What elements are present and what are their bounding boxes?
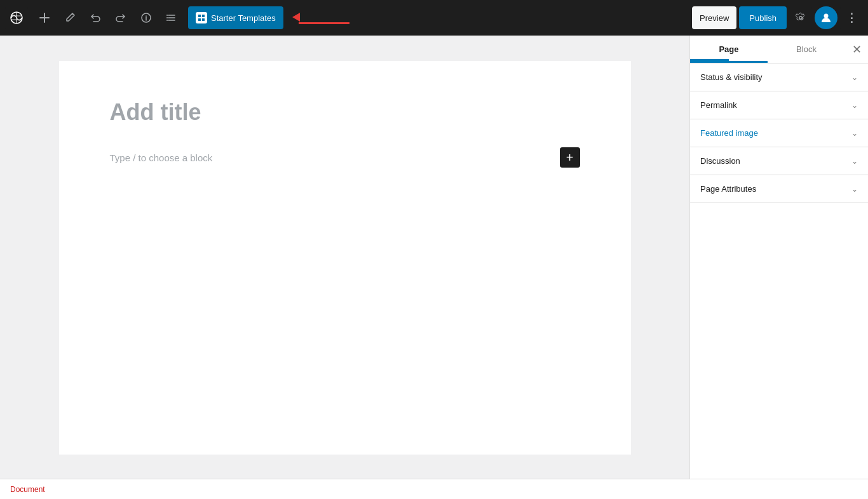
- sidebar-tabs: Page Block ✕: [690, 36, 868, 63]
- svg-rect-5: [198, 15, 201, 17]
- discussion-title: Discussion: [700, 156, 740, 166]
- featured-image-header[interactable]: Featured image ⌄: [690, 119, 868, 147]
- svg-rect-8: [202, 18, 205, 21]
- undo-button[interactable]: [84, 6, 107, 29]
- redo-button[interactable]: [109, 6, 132, 29]
- status-visibility-section: Status & visibility ⌄: [690, 63, 868, 91]
- editor-area: Add title Type / to choose a block +: [0, 36, 689, 479]
- featured-image-section: Featured image ⌄: [690, 119, 868, 147]
- tab-block[interactable]: Block: [768, 36, 845, 63]
- more-options-button[interactable]: ⋮: [840, 6, 863, 29]
- toolbar-right: Preview Publish ⋮: [692, 6, 863, 29]
- preview-button[interactable]: Preview: [692, 6, 736, 29]
- status-visibility-title: Status & visibility: [700, 72, 763, 82]
- svg-point-2: [166, 15, 168, 16]
- close-sidebar-button[interactable]: ✕: [845, 38, 868, 61]
- sidebar: Page Block ✕ Status & visibility ⌄ Perma…: [689, 36, 868, 479]
- featured-image-title: Featured image: [700, 128, 758, 138]
- permalink-title: Permalink: [700, 100, 737, 110]
- featured-image-chevron: ⌄: [851, 129, 858, 138]
- block-placeholder-text: Type / to choose a block: [110, 152, 213, 163]
- status-visibility-header[interactable]: Status & visibility ⌄: [690, 63, 868, 91]
- list-view-button[interactable]: [160, 6, 183, 29]
- add-block-inline-button[interactable]: +: [560, 147, 580, 168]
- main-layout: Add title Type / to choose a block + Pag…: [0, 36, 868, 479]
- page-attributes-chevron: ⌄: [851, 185, 858, 194]
- settings-button[interactable]: [789, 6, 812, 29]
- arrow-annotation: [299, 9, 349, 20]
- add-block-button[interactable]: [33, 6, 56, 29]
- starter-templates-button[interactable]: Starter Templates: [188, 6, 283, 29]
- permalink-section: Permalink ⌄: [690, 91, 868, 119]
- editor-canvas: Add title Type / to choose a block +: [59, 61, 631, 455]
- svg-point-10: [824, 14, 829, 18]
- status-visibility-chevron: ⌄: [851, 73, 858, 82]
- discussion-section: Discussion ⌄: [690, 147, 868, 175]
- svg-point-3: [166, 17, 168, 18]
- svg-rect-6: [202, 15, 205, 17]
- svg-rect-7: [198, 18, 201, 21]
- discussion-header[interactable]: Discussion ⌄: [690, 147, 868, 175]
- wp-logo-button[interactable]: [5, 6, 28, 29]
- toolbar: Starter Templates Preview Publish ⋮: [0, 0, 868, 36]
- page-attributes-header[interactable]: Page Attributes ⌄: [690, 175, 868, 203]
- tab-page[interactable]: Page: [690, 36, 768, 63]
- status-document-text: Document: [10, 485, 45, 494]
- permalink-chevron: ⌄: [851, 101, 858, 110]
- publish-button[interactable]: Publish: [739, 6, 787, 29]
- starter-templates-label: Starter Templates: [211, 13, 276, 23]
- edit-button[interactable]: [58, 6, 81, 29]
- page-attributes-title: Page Attributes: [700, 184, 756, 194]
- status-bar: Document: [0, 479, 868, 499]
- svg-point-4: [166, 20, 168, 21]
- discussion-chevron: ⌄: [851, 157, 858, 166]
- info-button[interactable]: [135, 6, 158, 29]
- user-avatar-button[interactable]: [815, 6, 837, 29]
- title-field[interactable]: Add title: [110, 99, 580, 126]
- block-placeholder-row: Type / to choose a block +: [110, 145, 580, 170]
- starter-templates-icon: [196, 12, 207, 23]
- permalink-header[interactable]: Permalink ⌄: [690, 91, 868, 119]
- page-attributes-section: Page Attributes ⌄: [690, 175, 868, 203]
- svg-point-9: [799, 17, 802, 19]
